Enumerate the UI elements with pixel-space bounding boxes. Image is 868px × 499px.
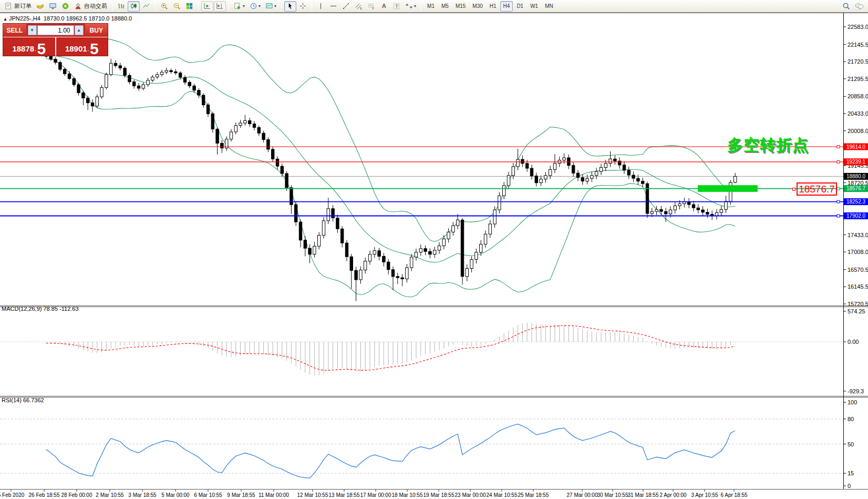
timeframe-h4[interactable]: H4 [500,1,513,12]
volume-input[interactable] [37,25,74,35]
trade-panel-prices: 18878.5 18901.5 [3,37,108,56]
signal-icon [61,2,69,10]
indicators-button[interactable]: ▾ [232,1,247,12]
text-label-button[interactable]: T [390,1,402,12]
sell-button[interactable]: SELL [3,24,26,37]
horizontal-line-button[interactable] [327,1,339,12]
line-handle[interactable] [837,187,840,190]
svg-text:E: E [360,7,362,10]
tile-windows-icon [185,2,193,10]
auto-scroll-button[interactable] [201,1,213,12]
ask-pip-digit: 5 [90,42,99,56]
volume-control: ▼ ▲ [26,24,85,37]
svg-text:25 Mar 18:55: 25 Mar 18:55 [518,492,549,498]
templates-button[interactable]: ▾ [263,1,278,12]
chart-shift-button[interactable] [214,1,226,12]
market-watch-button[interactable] [34,1,46,12]
line-handle[interactable] [837,146,840,148]
periods-button[interactable]: ▾ [247,1,263,12]
cursor-button[interactable] [284,1,296,12]
svg-text:17008.0: 17008.0 [848,249,868,255]
svg-text:30 Mar 10:55: 30 Mar 10:55 [597,492,628,498]
line-handle[interactable] [837,200,840,203]
search-icon [842,2,850,10]
clock-icon [250,2,257,10]
timeframe-d1[interactable]: D1 [513,1,526,12]
book-icon [36,2,44,10]
svg-text:18 Mar 10:55: 18 Mar 10:55 [392,492,423,498]
time-axis[interactable]: 5 Feb 202026 Feb 18:5528 Feb 00:002 Mar … [0,490,748,498]
fibonacci-button[interactable]: F [365,1,377,12]
volume-increase-button[interactable]: ▲ [75,25,84,35]
zoom-in-icon [160,2,168,10]
crosshair-button[interactable] [297,1,309,12]
timeframe-w1[interactable]: W1 [527,1,541,12]
price-tag-box[interactable]: 18576.7 [797,182,837,196]
line-handle[interactable] [837,160,840,163]
timeframe-m30[interactable]: M30 [469,1,485,12]
arrows-button[interactable]: ▾ [403,1,418,12]
channel-button[interactable]: E [353,1,365,12]
bb-upper-band [46,35,735,242]
ohlc-values: 18730.0 18962.5 18710.0 18880.0 [44,15,132,22]
separator [229,2,229,11]
collapse-triangle-icon[interactable]: ▲ [3,17,7,22]
line-handle[interactable] [837,215,840,217]
svg-text:6 Apr 18:55: 6 Apr 18:55 [720,492,748,498]
dropdown-caret: ▾ [259,4,261,8]
svg-text:19614.0: 19614.0 [846,144,866,150]
bid-price[interactable]: 18878.5 [3,37,55,56]
bar-chart-button[interactable] [115,1,127,12]
zoom-in-button[interactable] [158,1,170,12]
timeframe-mn[interactable]: MN [542,1,556,12]
highlight-rectangle[interactable] [698,185,758,192]
text-button[interactable]: A [378,1,390,12]
svg-text:A: A [382,3,386,9]
trendline-button[interactable] [340,1,352,12]
new-order-button[interactable]: 新订单 [2,1,34,12]
fibonacci-icon: F [367,2,375,10]
candlestick-chart-button[interactable] [128,1,140,12]
svg-text:24 Mar 10:55: 24 Mar 10:55 [487,492,518,498]
svg-text:6 Mar 10:55: 6 Mar 10:55 [194,492,222,498]
timeframe-h1[interactable]: H1 [487,1,500,12]
price-axis[interactable]: 22583.022145.521720.521295.520858.020433… [843,24,868,489]
chart-canvas[interactable]: 22583.022145.521720.521295.520858.020433… [0,13,868,499]
toolbar: 新订单 自动交易 [0,0,868,13]
turning-point-annotation[interactable]: 多空转折点 [727,135,809,156]
chat-button[interactable] [853,1,866,12]
timeframe-m5[interactable]: M5 [438,1,452,12]
dropdown-caret: ▾ [274,4,276,8]
volume-decrease-button[interactable]: ▼ [28,25,37,35]
vertical-line-button[interactable] [315,1,327,12]
svg-text:21720.5: 21720.5 [848,58,868,65]
tile-windows-button[interactable] [183,1,195,12]
svg-text:18880.0: 18880.0 [846,174,866,179]
ask-price[interactable]: 18901.5 [55,37,108,56]
autotrade-button[interactable]: 自动交易 [72,1,109,12]
price-tag-handle[interactable] [793,188,795,191]
trade-panel-top-row: SELL ▼ ▲ BUY [3,24,108,37]
svg-text:0.00: 0.00 [848,339,859,345]
symbol-ohlc-line: ▲JPN225-,H4 18730.0 18962.5 18710.0 1888… [3,15,132,22]
svg-text:27 Mar 00:00: 27 Mar 00:00 [567,492,598,498]
search-button[interactable] [840,1,852,12]
trendline-icon [342,2,350,10]
line-chart-button[interactable] [140,1,152,12]
buy-button[interactable]: BUY [85,24,108,37]
separator [155,2,156,11]
svg-text:20858.0: 20858.0 [848,93,868,99]
svg-text:12 Mar 10:55: 12 Mar 10:55 [297,492,328,498]
timeframe-m1[interactable]: M1 [424,1,438,12]
terminal-button[interactable] [47,1,59,12]
text-label-icon: T [392,2,400,10]
dropdown-caret: ▾ [414,4,416,8]
zoom-out-button[interactable] [171,1,183,12]
cursor-icon [286,2,294,10]
timeframe-m15[interactable]: M15 [452,1,469,12]
rsi-label: RSI(14) 66.7362 [2,397,44,403]
separator [198,2,199,11]
svg-text:9 Mar 18:55: 9 Mar 18:55 [227,492,255,498]
svg-text:18720.5: 18720.5 [848,180,868,186]
signal-button[interactable] [59,1,71,12]
